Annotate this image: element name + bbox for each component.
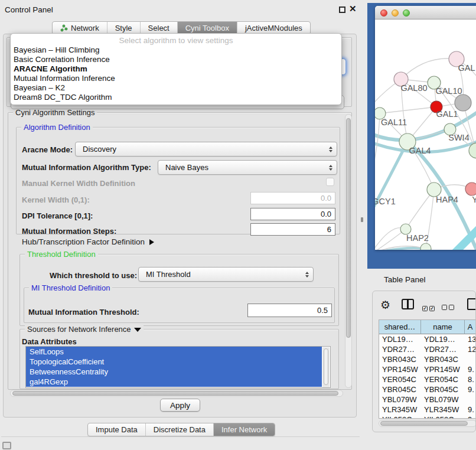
mi-type-value: Naive Bayes (165, 163, 208, 172)
tab-jactivemnodules[interactable]: jActiveMNodules (237, 22, 310, 34)
attribute-list-item[interactable]: gal4RGexp (26, 377, 322, 387)
table-column-header[interactable]: name (421, 320, 465, 334)
attributes-list-scrollbar-thumb[interactable] (324, 348, 328, 385)
settings-horizontal-scrollbar[interactable] (10, 390, 343, 397)
settings-vertical-scrollbar-thumb[interactable] (346, 118, 351, 338)
sources-group-title[interactable]: Sources for Network Inference (25, 325, 144, 334)
collapsed-panel-icon[interactable] (2, 442, 11, 449)
close-icon[interactable]: ✕ (349, 4, 357, 14)
kernel-width-field[interactable]: 0.0 (250, 192, 335, 204)
table-cell: 8. (465, 374, 476, 384)
tab-label: Network (71, 24, 99, 32)
stepper-icon (305, 272, 309, 278)
mi-steps-field[interactable]: 6 (250, 223, 335, 236)
select-all-columns-icon[interactable]: ✓✓ (422, 302, 436, 312)
table-horizontal-scrollbar-thumb[interactable] (380, 421, 468, 426)
tab-discretize-data[interactable]: Discretize Data (146, 423, 214, 436)
cyni-bottom-tab-bar: Impute DataDiscretize DataInfer Network (87, 423, 275, 436)
table-row[interactable]: YER054CYER054C8. (379, 374, 476, 384)
tab-label: Discretize Data (154, 425, 206, 434)
table-row[interactable]: YBL079WYBL079W (379, 394, 476, 405)
tab-label: Style (115, 24, 132, 32)
dropdown-item[interactable]: Mutual Information Inference (11, 74, 341, 83)
table-cell: YIL052C (421, 415, 465, 419)
settings-vertical-scrollbar[interactable] (345, 114, 352, 388)
hub-definition-expander[interactable]: Hub/Transcription Factor Definition (22, 237, 154, 247)
table-row[interactable]: YIL052CYIL052C9 (379, 415, 476, 419)
network-edge[interactable] (380, 107, 436, 113)
dropdown-item[interactable]: Bayesian – K2 (11, 83, 341, 93)
manual-kernel-checkbox[interactable] (326, 178, 334, 186)
mi-threshold-field[interactable]: 0.5 (247, 304, 332, 317)
splitter-handle[interactable] (361, 217, 363, 222)
dropdown-item[interactable]: Dream8 DC_TDC Algorithm (11, 93, 341, 102)
dpi-tolerance-field[interactable]: 0.0 (250, 208, 335, 220)
network-node[interactable] (420, 243, 431, 250)
attribute-list-item[interactable]: SelfLoops (26, 347, 322, 357)
mi-threshold-label: Mutual Information Threshold: (28, 308, 139, 317)
tab-label: Impute Data (96, 425, 138, 434)
dropdown-item[interactable]: Bayesian – Hill Climbing (11, 45, 341, 55)
apply-button[interactable]: Apply (160, 399, 200, 412)
table-cell: YDR27… (379, 344, 421, 354)
tab-cyni-toolbox[interactable]: Cyni Toolbox (178, 22, 237, 34)
network-canvas[interactable]: GALGAL80GAL10GAL1GAL11SWI4GAL4GCY1HAP4YH… (375, 19, 476, 250)
mi-type-combobox[interactable]: Naive Bayes (158, 160, 337, 175)
export-table-icon[interactable] (467, 298, 476, 310)
table-row[interactable]: YBR043CYBR043C (379, 354, 476, 364)
tab-infer-network[interactable]: Infer Network (214, 423, 275, 436)
network-node[interactable] (455, 94, 471, 111)
table-row[interactable]: YPR145WYPR145W9. (379, 364, 476, 374)
dropdown-item[interactable]: Basic Correlation Inference (11, 55, 341, 64)
attribute-list-item[interactable]: BetweennessCentrality (26, 367, 322, 377)
settings-horizontal-scrollbar-thumb[interactable] (12, 391, 338, 396)
mi-steps-label: Mutual Information Steps: (22, 227, 116, 236)
table-cell: YDL19… (421, 334, 465, 344)
table-cell: YBR045C (379, 384, 421, 394)
network-window[interactable]: GALGAL80GAL10GAL1GAL11SWI4GAL4GCY1HAP4YH… (375, 6, 476, 250)
network-edge[interactable] (454, 229, 476, 250)
columns-icon[interactable] (402, 299, 414, 309)
zoom-window-button[interactable] (403, 9, 410, 17)
minimize-window-button[interactable] (392, 9, 399, 17)
table-column-header[interactable]: A (465, 320, 476, 334)
node-label: Y (472, 195, 476, 204)
aracne-mode-label: Aracne Mode: (22, 145, 73, 155)
tab-style[interactable]: Style (107, 22, 141, 34)
attributes-list-scrollbar[interactable] (322, 347, 330, 387)
node-table: shared…nameA YDL19…YDL19…13YDR27…YDR27…1… (379, 319, 476, 419)
network-edge[interactable] (375, 113, 380, 191)
table-cell: 9. (465, 405, 476, 415)
attribute-list-item[interactable]: TopologicalCoefficient (26, 357, 322, 367)
tab-network[interactable]: Network (53, 22, 107, 34)
tab-impute-data[interactable]: Impute Data (88, 423, 146, 436)
table-cell: YPR145W (421, 364, 465, 374)
control-panel-title: Control Panel (5, 5, 53, 14)
table-cell: YLR345W (421, 405, 465, 415)
table-row[interactable]: YLR345WYLR345W9. (379, 405, 476, 415)
table-horizontal-scrollbar[interactable] (379, 420, 476, 427)
network-node-y[interactable] (465, 182, 476, 195)
network-window-titlebar[interactable] (375, 6, 476, 19)
table-cell: YLR345W (379, 405, 421, 415)
node-label: HAP4 (436, 195, 458, 204)
table-cell: YBL079W (421, 394, 465, 405)
which-threshold-combobox[interactable]: MI Threshold (138, 267, 314, 282)
deselect-all-columns-icon[interactable] (442, 302, 456, 312)
table-row[interactable]: YBR045CYBR045C9. (379, 384, 476, 394)
tab-label: Select (148, 24, 169, 32)
table-cell: 13 (465, 334, 476, 344)
aracne-mode-combobox[interactable]: Discovery (75, 142, 337, 156)
table-row[interactable]: YDL19…YDL19…13 (379, 334, 476, 344)
dropdown-item[interactable]: ARACNE Algorithm (11, 64, 341, 74)
aracne-mode-value: Discovery (83, 145, 116, 154)
close-window-button[interactable] (380, 9, 387, 17)
network-edge[interactable] (401, 58, 457, 79)
table-row[interactable]: YDR27…YDR27…12 (379, 344, 476, 354)
dropdown-placeholder: Select algorithm to view settings (11, 35, 341, 45)
float-window-icon[interactable] (339, 6, 345, 13)
algorithm-dropdown-popup: Select algorithm to view settings Bayesi… (10, 33, 342, 105)
gear-icon[interactable]: ⚙ (380, 296, 390, 313)
table-column-header[interactable]: shared… (379, 320, 421, 334)
tab-select[interactable]: Select (141, 22, 178, 34)
